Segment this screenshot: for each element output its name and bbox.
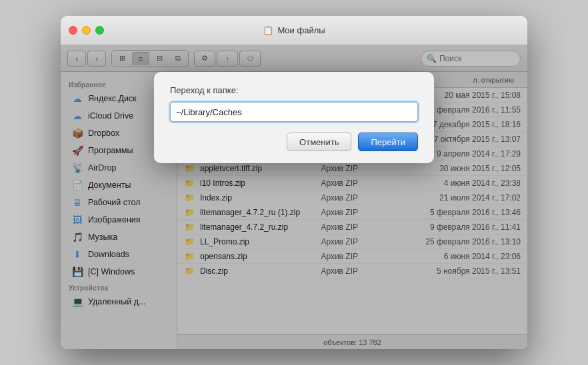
goto-folder-input[interactable] bbox=[170, 102, 418, 122]
goto-folder-dialog: Переход к папке: Отменить Перейти bbox=[154, 72, 434, 163]
window-title: 📋 Мои файлы bbox=[263, 25, 325, 35]
close-button[interactable] bbox=[69, 26, 77, 35]
dialog-buttons: Отменить Перейти bbox=[170, 133, 418, 151]
title-icon: 📋 bbox=[263, 25, 273, 35]
maximize-button[interactable] bbox=[95, 26, 104, 35]
finder-window: 📋 Мои файлы ‹ › ⊞ ≡ ⊟ ⧉ ⚙ ↑ ⬭ 🔍 Избранно… bbox=[61, 16, 527, 349]
dialog-title: Переход к папке: bbox=[170, 85, 418, 95]
cancel-button[interactable]: Отменить bbox=[287, 133, 351, 151]
traffic-lights bbox=[69, 26, 104, 35]
modal-overlay: Переход к папке: Отменить Перейти bbox=[61, 45, 527, 349]
titlebar: 📋 Мои файлы bbox=[61, 16, 527, 45]
minimize-button[interactable] bbox=[82, 26, 91, 35]
go-button[interactable]: Перейти bbox=[358, 133, 418, 151]
title-text: Мои файлы bbox=[277, 25, 325, 35]
